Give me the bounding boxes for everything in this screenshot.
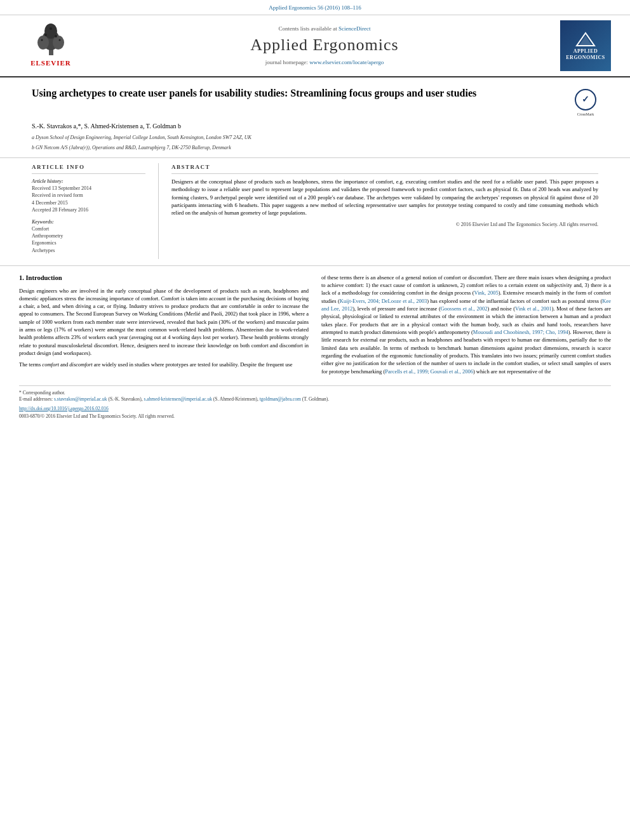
ref-kuijt-2004[interactable]: Kuijt-Evers, 2004; DeLooze et al., 2003 — [340, 298, 427, 304]
accepted-date: Accepted 28 February 2016 — [32, 206, 145, 213]
article-title: Using archetypes to create user panels f… — [32, 86, 573, 100]
intro-paragraph-2: The terms comfort and discomfort are wid… — [19, 361, 309, 368]
journal-logo-box: APPLIEDERGONOMICS — [560, 20, 611, 71]
article-history: Article history: Received 13 September 2… — [32, 178, 145, 213]
keyword-3: Ergonomics — [32, 239, 145, 246]
term-comfort: comfort — [42, 361, 58, 368]
email-goldman[interactable]: tgoldman@jabra.com — [260, 396, 301, 402]
term-discomfort: discomfort — [69, 361, 92, 368]
doi-link[interactable]: http://dx.doi.org/10.1016/j.apergo.2016.… — [19, 406, 109, 411]
svg-point-9 — [58, 39, 60, 41]
issn-line: 0003-6870/© 2016 Elsevier Ltd and The Er… — [19, 413, 611, 420]
crossmark-label: CrossMark — [577, 112, 594, 117]
journal-center: Contents lists available at ScienceDirec… — [89, 25, 560, 67]
sciencedirect-link[interactable]: ScienceDirect — [338, 25, 370, 32]
logo-title-text: APPLIEDERGONOMICS — [566, 48, 605, 60]
crossmark: CrossMark — [573, 89, 598, 117]
crossmark-icon — [575, 89, 596, 110]
elsevier-logo-left: ELSEVIER — [13, 22, 89, 68]
journal-header: ELSEVIER Contents lists available at Sci… — [0, 15, 630, 77]
svg-point-7 — [50, 27, 52, 30]
ref-vink-2001[interactable]: Vink et al., 2001 — [515, 305, 552, 312]
article-section: Using archetypes to create user panels f… — [0, 77, 630, 159]
column-left: 1. Introduction Design engineers who are… — [19, 274, 309, 379]
homepage-link[interactable]: www.elsevier.com/locate/apergo — [309, 59, 384, 65]
keyword-2: Anthropometry — [32, 232, 145, 239]
journal-logo-icon — [574, 30, 597, 48]
section-number: 1. — [19, 274, 26, 281]
article-info: ARTICLE INFO Article history: Received 1… — [32, 163, 159, 258]
history-label: Article history: — [32, 178, 145, 185]
keywords-label: Keywords: — [32, 218, 145, 225]
authors: S.-K. Stavrakos a,*, S. Ahmed-Kristensen… — [32, 122, 598, 131]
abstract-text: Designers at the conceptual phase of pro… — [171, 178, 598, 217]
abstract-heading: ABSTRACT — [171, 163, 598, 174]
article-title-row: Using archetypes to create user panels f… — [32, 86, 598, 117]
elsevier-brand: ELSEVIER — [30, 58, 71, 68]
affiliation-b: b GN Netcom A/S (Jabra(r)), Operations a… — [32, 144, 598, 151]
keywords-group: Keywords: Comfort Anthropometry Ergonomi… — [32, 218, 145, 254]
section-name: Introduction — [26, 274, 62, 281]
abstract-section: ABSTRACT Designers at the conceptual pha… — [159, 163, 598, 258]
corresponding-author-note: * Corresponding author. — [19, 390, 611, 397]
top-bar: Applied Ergonomics 56 (2016) 108–116 — [0, 0, 630, 15]
column-right: of these terms there is an absence of a … — [321, 274, 611, 379]
svg-point-5 — [44, 34, 47, 36]
intro-paragraph-1: Design engineers who are involved in the… — [19, 287, 309, 357]
svg-point-8 — [41, 39, 43, 41]
contents-line: Contents lists available at ScienceDirec… — [89, 25, 560, 33]
ref-parcells-1999[interactable]: Parcells et al., 1999; Gouvali et al., 2… — [385, 368, 473, 375]
journal-title: Applied Ergonomics — [89, 34, 560, 57]
introduction-heading: 1. Introduction — [19, 274, 309, 283]
email-addresses: E-mail addresses: s.stavrakos@imperiaLac… — [19, 396, 611, 403]
abstract-copyright: © 2016 Elsevier Ltd and The Ergonomics S… — [171, 221, 598, 228]
elsevier-tree-icon — [30, 22, 72, 57]
affiliation-a: a Dyson School of Design Engineering, Im… — [32, 134, 598, 141]
info-section: ARTICLE INFO Article history: Received 1… — [0, 158, 630, 265]
journal-logo-right: APPLIEDERGONOMICS — [560, 20, 617, 71]
ref-goossens-2002[interactable]: Goossens et al., 2002 — [441, 305, 488, 312]
svg-point-2 — [37, 36, 49, 50]
right-paragraph-1: of these terms there is an absence of a … — [321, 274, 611, 375]
doi-line: http://dx.doi.org/10.1016/j.apergo.2016.… — [19, 406, 611, 413]
revised-date: 4 December 2015 — [32, 199, 145, 206]
keyword-1: Comfort — [32, 225, 145, 232]
page: Applied Ergonomics 56 (2016) 108–116 ELS… — [0, 0, 630, 840]
ref-mououdi-1997[interactable]: Mououdi and Choobinesh, 1997; Cho, 1994 — [473, 329, 568, 335]
revised-label: Received in revised form — [32, 192, 145, 199]
journal-citation: Applied Ergonomics 56 (2016) 108–116 — [269, 4, 361, 11]
ref-vink-2005[interactable]: Vink, 2005 — [474, 290, 499, 296]
received-date: Received 13 September 2014 — [32, 185, 145, 192]
svg-point-6 — [55, 35, 57, 37]
article-info-heading: ARTICLE INFO — [32, 163, 145, 174]
email-stavrakos[interactable]: s.stavrakos@imperiaLac.uk — [54, 396, 107, 402]
keyword-4: Archetypes — [32, 247, 145, 254]
journal-homepage: journal homepage: www.elsevier.com/locat… — [89, 58, 560, 67]
svg-point-3 — [53, 36, 64, 50]
email-ahmed[interactable]: s.ahmed-kristensen@imperial.ac.uk — [144, 396, 212, 402]
main-content: 1. Introduction Design engineers who are… — [0, 266, 630, 385]
footer-section: * Corresponding author. E-mail addresses… — [19, 385, 611, 424]
